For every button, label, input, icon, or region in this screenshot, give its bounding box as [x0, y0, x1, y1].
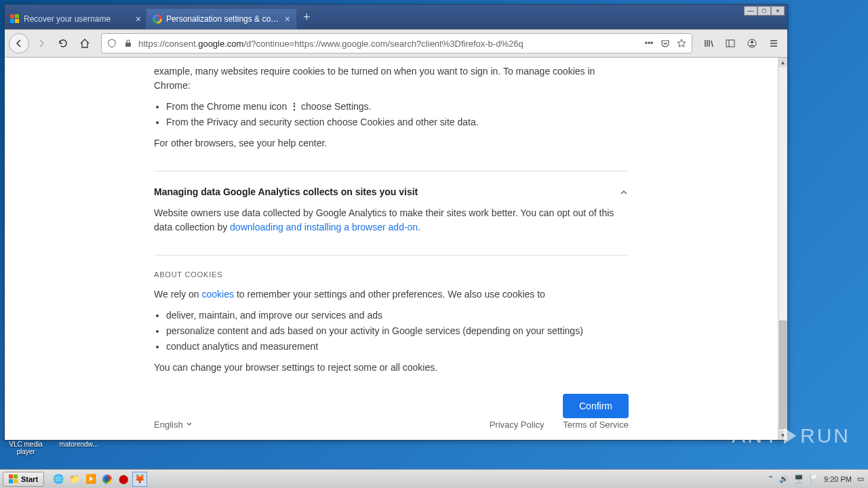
taskbar: Start 🌐 📁 ▶️ ⬤ 🦊 ⌃ 🔊 🖥️ 🏳️ 9:20 PM ▭	[0, 469, 868, 488]
list-item: From the Chrome menu icon ⋮ choose Setti…	[166, 100, 629, 114]
analytics-heading: Managing data Google Analytics collects …	[154, 185, 418, 199]
scroll-thumb[interactable]	[779, 321, 787, 429]
addon-link[interactable]: downloading and installing a browser add…	[230, 222, 418, 232]
cookies-link[interactable]: cookies	[202, 289, 234, 300]
taskbar-app-explorer[interactable]: 📁	[67, 472, 82, 487]
browser-toolbar: https://consent.google.com/d?continue=ht…	[5, 29, 787, 58]
close-icon[interactable]: ×	[136, 14, 141, 24]
tab-title: Recover your username	[24, 14, 132, 24]
about-body: We rely on cookies to remember your sett…	[154, 287, 629, 302]
scroll-up-button[interactable]: ▲	[778, 58, 787, 67]
network-icon[interactable]: 🖥️	[794, 474, 804, 483]
about-closing: You can change your browser settings to …	[154, 361, 629, 375]
chevron-up-icon	[619, 188, 629, 197]
list-item: deliver, maintain, and improve our servi…	[166, 308, 629, 323]
tab-recover-username[interactable]: Recover your username ×	[5, 9, 147, 29]
terms-link[interactable]: Terms of Service	[563, 420, 629, 430]
volume-icon[interactable]: 🔊	[779, 474, 789, 483]
tray-expand-icon[interactable]: ⌃	[768, 474, 774, 483]
clock[interactable]: 9:20 PM	[824, 475, 852, 483]
desktop-icon-vlc[interactable]: VLC media player	[5, 441, 46, 455]
privacy-link[interactable]: Privacy Policy	[490, 420, 545, 430]
confirm-button[interactable]: Confirm	[563, 394, 629, 418]
desktop-icon[interactable]: matorendw...	[58, 441, 99, 455]
chevron-down-icon	[186, 421, 193, 428]
analytics-expander[interactable]: Managing data Google Analytics collects …	[154, 185, 629, 199]
taskbar-app-media[interactable]: ▶️	[83, 472, 98, 487]
language-selector[interactable]: English	[154, 418, 193, 432]
page-actions-icon[interactable]: •••	[643, 37, 655, 49]
page-footer: English Privacy Policy Terms of Service	[154, 418, 629, 432]
svg-point-4	[751, 41, 753, 43]
sidebar-icon[interactable]	[721, 34, 740, 53]
flag-icon[interactable]: 🏳️	[809, 474, 818, 483]
other-browsers-text: For other browsers, see your help center…	[154, 136, 629, 150]
new-tab-button[interactable]: +	[296, 6, 317, 28]
desktop-icons: VLC media player matorendw...	[5, 441, 99, 455]
close-icon[interactable]: ×	[285, 14, 290, 24]
forward-button	[32, 34, 51, 53]
about-cookies-label: ABOUT COOKIES	[154, 269, 629, 281]
close-window-button[interactable]: ×	[771, 6, 785, 16]
list-item: conduct analytics and measurement	[166, 340, 629, 354]
reload-button[interactable]	[54, 34, 73, 53]
list-item: From the Privacy and security section ch…	[166, 115, 629, 129]
taskbar-app-firefox[interactable]: 🦊	[132, 472, 147, 487]
titlebar: Recover your username × Personalization …	[5, 5, 787, 29]
start-button[interactable]: Start	[3, 472, 44, 487]
lock-icon[interactable]	[122, 37, 134, 49]
tab-personalization[interactable]: Personalization settings & cookies ×	[147, 9, 296, 29]
page-content: example, many websites require cookies t…	[5, 58, 787, 440]
analytics-body: Website owners use data collected by Goo…	[154, 206, 629, 235]
menu-icon[interactable]	[764, 34, 783, 53]
kebab-icon: ⋮	[290, 100, 298, 114]
pocket-icon[interactable]	[659, 37, 671, 49]
shield-icon[interactable]	[106, 37, 118, 49]
system-tray: ⌃ 🔊 🖥️ 🏳️ 9:20 PM ▭	[764, 474, 868, 483]
microsoft-icon	[10, 14, 20, 24]
home-button[interactable]	[75, 34, 94, 53]
tab-title: Personalization settings & cookies	[166, 14, 281, 24]
taskbar-app-ie[interactable]: 🌐	[51, 472, 66, 487]
list-item: personalize content and ads based on you…	[166, 324, 629, 338]
account-icon[interactable]	[743, 34, 762, 53]
browser-window: Recover your username × Personalization …	[4, 4, 788, 441]
vertical-scrollbar[interactable]: ▲ ▼	[778, 58, 787, 440]
bookmark-star-icon[interactable]	[675, 37, 688, 49]
back-button[interactable]	[9, 33, 29, 54]
show-desktop[interactable]: ▭	[857, 474, 864, 483]
intro-paragraph: example, many websites require cookies t…	[154, 64, 629, 93]
url-text: https://consent.google.com/d?continue=ht…	[138, 39, 639, 49]
window-controls: — □ ×	[744, 6, 785, 16]
url-bar[interactable]: https://consent.google.com/d?continue=ht…	[101, 33, 692, 54]
windows-icon	[9, 474, 18, 484]
taskbar-app-opera[interactable]: ⬤	[116, 472, 131, 487]
library-icon[interactable]	[699, 34, 718, 53]
svg-rect-1	[726, 40, 734, 47]
scroll-down-button[interactable]: ▼	[778, 430, 787, 440]
svg-rect-0	[125, 43, 131, 47]
taskbar-app-chrome[interactable]	[100, 472, 115, 487]
maximize-button[interactable]: □	[757, 6, 771, 16]
google-icon	[153, 14, 162, 24]
minimize-button[interactable]: —	[744, 6, 757, 16]
